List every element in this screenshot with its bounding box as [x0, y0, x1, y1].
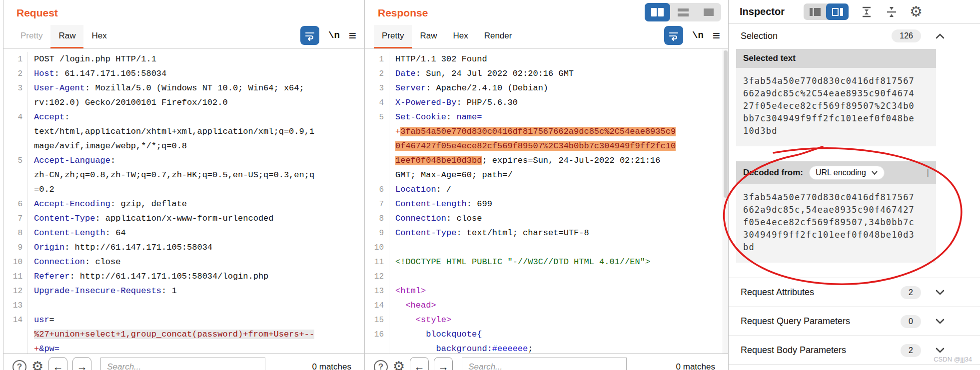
show-newlines-icon[interactable]: \n — [692, 30, 704, 41]
tab-hex[interactable]: Hex — [83, 25, 114, 48]
code-line: 5Set-Cookie: name= — [365, 110, 728, 124]
tab-hex[interactable]: Hex — [445, 25, 476, 48]
response-panel: Response PrettyRawHexRender \n ≡ 1HTTP/1… — [364, 0, 728, 370]
section-request-attributes[interactable]: Request Attributes2 — [729, 278, 980, 307]
selected-text-card-header: Selected text — [736, 49, 936, 68]
code-text: Set-Cookie: name= — [389, 110, 482, 124]
code-line: 13<html> — [365, 284, 728, 298]
scrollbar-thumb[interactable] — [724, 50, 728, 198]
dock-right-button[interactable] — [826, 3, 849, 20]
code-text: Host: 61.147.171.105:58034 — [27, 66, 166, 81]
section-count-badge: 0 — [901, 315, 921, 328]
request-match-count: 0 matches — [312, 362, 351, 370]
tab-raw[interactable]: Raw — [412, 25, 445, 48]
selection-section-header[interactable]: Selection 126 — [729, 24, 980, 48]
code-line: mage/avif,image/webp,*/*;q=0.8 — [3, 139, 364, 153]
expand-all-icon[interactable] — [860, 5, 874, 19]
dock-left-button[interactable] — [804, 3, 826, 20]
request-editor[interactable]: 1POST /login.php HTTP/1.12Host: 61.147.1… — [3, 49, 364, 354]
code-text: mage/avif,image/webp,*/*;q=0.8 — [27, 139, 187, 153]
search-settings-gear-icon[interactable]: ⚙ — [393, 360, 405, 370]
inspector-header: Inspector ⚙ — [729, 0, 980, 24]
tab-render[interactable]: Render — [476, 25, 520, 48]
tab-raw[interactable]: Raw — [50, 25, 83, 48]
code-text: Accept: — [27, 110, 69, 124]
layout-rows-button[interactable] — [670, 3, 696, 21]
code-text: =0.2 — [27, 182, 54, 197]
request-search-input[interactable] — [100, 358, 265, 370]
code-text: usr= — [27, 313, 54, 327]
help-icon[interactable]: ? — [12, 360, 26, 370]
line-number: 11 — [365, 258, 389, 267]
tab-pretty[interactable]: Pretty — [374, 25, 412, 48]
code-line: 12Upgrade-Insecure-Requests: 1 — [3, 284, 364, 298]
layout-columns-button[interactable] — [645, 3, 670, 21]
code-text: Content-Type: text/html; charset=UTF-8 — [389, 226, 589, 240]
chevron-up-icon[interactable] — [935, 32, 945, 39]
chevron-down-icon[interactable] — [935, 318, 945, 325]
line-number: 11 — [3, 272, 27, 281]
line-number: 14 — [3, 316, 27, 325]
decoding-format-value: URL encoding — [816, 168, 866, 177]
code-line: 8Connection: close — [365, 211, 728, 226]
request-panel-title: Request — [3, 0, 364, 25]
word-wrap-toggle-button[interactable] — [664, 26, 683, 45]
chevron-down-icon[interactable] — [935, 347, 945, 354]
code-line: 10 — [365, 240, 728, 255]
search-prev-button[interactable]: ← — [410, 357, 429, 370]
code-line: 0f467427f05e4ece82cf569f89507%2C34b0bb7c… — [365, 139, 728, 153]
code-text: blockquote{ — [389, 327, 482, 342]
code-text: User-Agent: Mozilla/5.0 (Windows NT 10.0… — [27, 81, 304, 95]
decoded-from-card: Decoded from: URL encoding | 3fab54a50e7… — [736, 161, 936, 263]
code-text: Connection: close — [389, 211, 482, 226]
code-text — [389, 240, 395, 255]
code-line: 4Accept: — [3, 110, 364, 124]
inspector-title: Inspector — [740, 6, 785, 17]
code-text — [389, 269, 395, 284]
line-number: 3 — [3, 84, 27, 93]
code-line: 1eef0f048be10d3bd; expires=Sun, 24-Jul-2… — [365, 153, 728, 168]
code-text: <!DOCTYPE HTML PUBLIC "-//W3C//DTD HTML … — [389, 255, 650, 269]
line-number: 13 — [365, 287, 389, 296]
code-text: Location: / — [389, 182, 451, 197]
line-number: 6 — [3, 200, 27, 209]
chevron-down-icon[interactable] — [935, 289, 945, 296]
chevron-down-icon — [871, 170, 878, 175]
code-text: Connection: close — [27, 255, 120, 269]
line-number: 2 — [3, 69, 27, 78]
response-search-input[interactable] — [462, 358, 627, 370]
code-text: Referer: http://61.147.171.105:58034/log… — [27, 269, 268, 284]
show-newlines-icon[interactable]: \n — [328, 30, 340, 41]
response-editor[interactable]: 1HTTP/1.1 302 Found2Date: Sun, 24 Jul 20… — [365, 49, 728, 354]
section-request-query-parameters[interactable]: Request Query Parameters0 — [729, 307, 980, 336]
code-line: 15 <style> — [365, 313, 728, 327]
code-line: 5Accept-Language: — [3, 153, 364, 168]
search-prev-button[interactable]: ← — [48, 357, 67, 370]
line-number: 13 — [3, 301, 27, 310]
layout-single-button[interactable] — [696, 3, 721, 21]
decoding-format-dropdown[interactable]: URL encoding — [809, 166, 885, 180]
search-next-button[interactable]: → — [72, 357, 91, 370]
tab-pretty[interactable]: Pretty — [12, 25, 50, 48]
search-next-button[interactable]: → — [434, 357, 453, 370]
response-tab-icons: \n ≡ — [664, 25, 720, 48]
word-wrap-toggle-button[interactable] — [300, 26, 319, 45]
code-line: 11Referer: http://61.147.171.105:58034/l… — [3, 269, 364, 284]
search-settings-gear-icon[interactable]: ⚙ — [31, 360, 43, 370]
code-text: Upgrade-Insecure-Requests: 1 — [27, 284, 177, 298]
line-number: 5 — [365, 113, 389, 122]
collapse-all-icon[interactable] — [885, 5, 899, 19]
code-line: 1POST /login.php HTTP/1.1 — [3, 52, 364, 66]
inspector-settings-gear-icon[interactable]: ⚙ — [910, 4, 923, 19]
code-line: 2Date: Sun, 24 Jul 2022 02:20:16 GMT — [365, 66, 728, 81]
editor-menu-icon[interactable]: ≡ — [713, 29, 720, 42]
code-text: Content-Length: 64 — [27, 226, 126, 240]
code-text: GMT; Max-Age=60; path=/ — [389, 168, 513, 182]
decoded-from-label: Decoded from: — [743, 168, 803, 178]
line-number: 8 — [365, 214, 389, 223]
code-line: 8Content-Length: 64 — [3, 226, 364, 240]
help-icon[interactable]: ? — [374, 360, 388, 370]
code-text: +3fab54a50e770d830c0416df817567662a9dc85… — [389, 124, 676, 139]
editor-menu-icon[interactable]: ≡ — [349, 29, 356, 42]
response-scrollbar[interactable] — [723, 49, 728, 354]
